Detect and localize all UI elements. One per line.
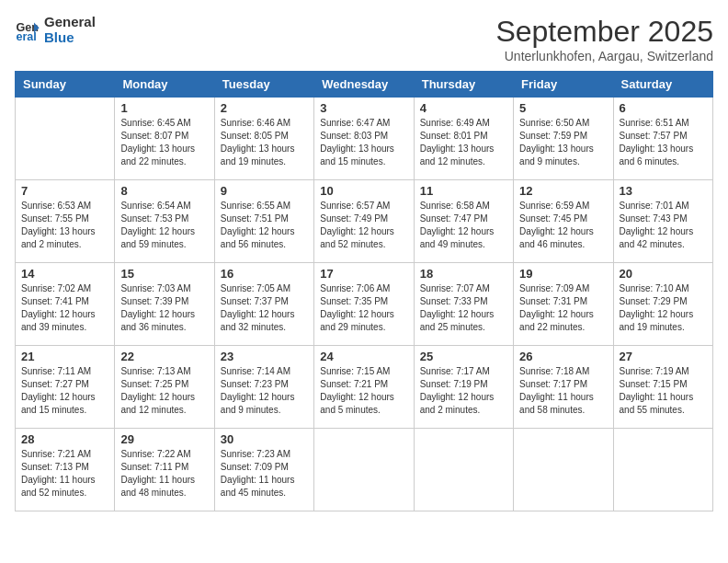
calendar-cell [16,98,115,180]
calendar-cell: 30Sunrise: 7:23 AMSunset: 7:09 PMDayligh… [214,429,313,511]
day-number: 24 [320,350,407,363]
day-number: 12 [519,184,607,198]
cell-info: Sunrise: 7:05 AMSunset: 7:37 PMDaylight:… [221,282,308,334]
logo-text-blue: Blue [44,30,96,46]
day-number: 28 [21,432,108,446]
calendar-cell: 13Sunrise: 7:01 AMSunset: 7:43 PMDayligh… [613,180,712,263]
cell-info: Sunrise: 6:45 AMSunset: 8:07 PMDaylight:… [120,117,208,168]
cell-info: Sunrise: 6:46 AMSunset: 8:05 PMDaylight:… [221,117,308,168]
cell-info: Sunrise: 6:54 AMSunset: 7:53 PMDaylight:… [120,200,208,251]
day-number: 14 [21,267,108,281]
day-number: 11 [420,184,507,198]
day-number: 4 [420,101,507,115]
day-number: 22 [120,350,208,363]
calendar-cell: 7Sunrise: 6:53 AMSunset: 7:55 PMDaylight… [16,180,115,263]
cell-info: Sunrise: 7:06 AMSunset: 7:35 PMDaylight:… [320,282,407,334]
cell-info: Sunrise: 6:57 AMSunset: 7:49 PMDaylight:… [320,200,407,251]
calendar-cell: 5Sunrise: 6:50 AMSunset: 7:59 PMDaylight… [514,98,613,180]
day-number: 30 [221,432,308,446]
day-header-thursday: Thursday [414,72,513,98]
month-title: September 2025 [495,15,713,49]
day-number: 10 [320,184,407,198]
calendar-cell [514,429,613,511]
calendar-cell: 9Sunrise: 6:55 AMSunset: 7:51 PMDaylight… [214,180,313,263]
cell-info: Sunrise: 7:23 AMSunset: 7:09 PMDaylight:… [221,448,308,500]
cell-info: Sunrise: 7:07 AMSunset: 7:33 PMDaylight:… [420,282,507,334]
cell-info: Sunrise: 7:15 AMSunset: 7:21 PMDaylight:… [320,365,407,417]
cell-info: Sunrise: 7:13 AMSunset: 7:25 PMDaylight:… [120,365,208,417]
week-row-4: 21Sunrise: 7:11 AMSunset: 7:27 PMDayligh… [16,346,713,429]
day-number: 7 [21,184,108,198]
cell-info: Sunrise: 7:11 AMSunset: 7:27 PMDaylight:… [21,365,108,417]
calendar-cell: 8Sunrise: 6:54 AMSunset: 7:53 PMDaylight… [115,180,214,263]
day-number: 6 [620,101,707,115]
week-row-3: 14Sunrise: 7:02 AMSunset: 7:41 PMDayligh… [16,263,713,346]
calendar-cell: 29Sunrise: 7:22 AMSunset: 7:11 PMDayligh… [115,429,214,511]
calendar-cell: 23Sunrise: 7:14 AMSunset: 7:23 PMDayligh… [214,346,313,429]
calendar-cell [613,429,712,511]
calendar-cell: 3Sunrise: 6:47 AMSunset: 8:03 PMDaylight… [314,98,414,180]
calendar-cell: 20Sunrise: 7:10 AMSunset: 7:29 PMDayligh… [613,263,712,346]
logo: Gen eral General Blue [15,15,96,45]
cell-info: Sunrise: 6:50 AMSunset: 7:59 PMDaylight:… [519,117,607,168]
day-number: 17 [320,267,407,281]
calendar-header-row: SundayMondayTuesdayWednesdayThursdayFrid… [16,72,713,98]
calendar-cell: 2Sunrise: 6:46 AMSunset: 8:05 PMDaylight… [214,98,313,180]
cell-info: Sunrise: 7:18 AMSunset: 7:17 PMDaylight:… [519,365,607,417]
day-number: 18 [420,267,507,281]
calendar-cell: 14Sunrise: 7:02 AMSunset: 7:41 PMDayligh… [16,263,115,346]
cell-info: Sunrise: 7:10 AMSunset: 7:29 PMDaylight:… [620,282,707,334]
cell-info: Sunrise: 6:58 AMSunset: 7:47 PMDaylight:… [420,200,507,251]
day-number: 1 [120,101,208,115]
cell-info: Sunrise: 6:59 AMSunset: 7:45 PMDaylight:… [519,200,607,251]
cell-info: Sunrise: 6:51 AMSunset: 7:57 PMDaylight:… [620,117,707,168]
calendar-cell: 18Sunrise: 7:07 AMSunset: 7:33 PMDayligh… [414,263,513,346]
calendar: SundayMondayTuesdayWednesdayThursdayFrid… [15,71,713,511]
day-number: 23 [221,350,308,363]
cell-info: Sunrise: 7:21 AMSunset: 7:13 PMDaylight:… [21,448,108,500]
calendar-cell: 11Sunrise: 6:58 AMSunset: 7:47 PMDayligh… [414,180,513,263]
calendar-cell: 19Sunrise: 7:09 AMSunset: 7:31 PMDayligh… [514,263,613,346]
cell-info: Sunrise: 6:49 AMSunset: 8:01 PMDaylight:… [420,117,507,168]
calendar-cell: 21Sunrise: 7:11 AMSunset: 7:27 PMDayligh… [16,346,115,429]
day-number: 5 [519,101,607,115]
logo-text-general: General [44,15,96,30]
calendar-cell: 28Sunrise: 7:21 AMSunset: 7:13 PMDayligh… [16,429,115,511]
day-number: 15 [120,267,208,281]
calendar-cell: 1Sunrise: 6:45 AMSunset: 8:07 PMDaylight… [115,98,214,180]
calendar-cell: 24Sunrise: 7:15 AMSunset: 7:21 PMDayligh… [314,346,414,429]
calendar-cell: 6Sunrise: 6:51 AMSunset: 7:57 PMDaylight… [613,98,712,180]
day-number: 29 [120,432,208,446]
week-row-2: 7Sunrise: 6:53 AMSunset: 7:55 PMDaylight… [16,180,713,263]
day-number: 21 [21,350,108,363]
calendar-cell: 16Sunrise: 7:05 AMSunset: 7:37 PMDayligh… [214,263,313,346]
day-number: 27 [620,350,707,363]
page-header: Gen eral General Blue September 2025 Unt… [15,15,713,63]
calendar-cell: 12Sunrise: 6:59 AMSunset: 7:45 PMDayligh… [514,180,613,263]
cell-info: Sunrise: 7:09 AMSunset: 7:31 PMDaylight:… [519,282,607,334]
day-header-tuesday: Tuesday [214,72,313,98]
week-row-5: 28Sunrise: 7:21 AMSunset: 7:13 PMDayligh… [16,429,713,511]
day-number: 8 [120,184,208,198]
day-number: 2 [221,101,308,115]
day-header-sunday: Sunday [16,72,115,98]
day-number: 20 [620,267,707,281]
cell-info: Sunrise: 6:55 AMSunset: 7:51 PMDaylight:… [221,200,308,251]
calendar-cell: 25Sunrise: 7:17 AMSunset: 7:19 PMDayligh… [414,346,513,429]
cell-info: Sunrise: 7:03 AMSunset: 7:39 PMDaylight:… [120,282,208,334]
calendar-cell [314,429,414,511]
cell-info: Sunrise: 7:19 AMSunset: 7:15 PMDaylight:… [620,365,707,417]
calendar-cell: 27Sunrise: 7:19 AMSunset: 7:15 PMDayligh… [613,346,712,429]
day-number: 25 [420,350,507,363]
day-number: 13 [620,184,707,198]
cell-info: Sunrise: 7:02 AMSunset: 7:41 PMDaylight:… [21,282,108,334]
day-number: 3 [320,101,407,115]
day-number: 26 [519,350,607,363]
day-header-monday: Monday [115,72,214,98]
calendar-cell: 10Sunrise: 6:57 AMSunset: 7:49 PMDayligh… [314,180,414,263]
week-row-1: 1Sunrise: 6:45 AMSunset: 8:07 PMDaylight… [16,98,713,180]
calendar-cell: 26Sunrise: 7:18 AMSunset: 7:17 PMDayligh… [514,346,613,429]
title-block: September 2025 Unterlunkhofen, Aargau, S… [495,15,713,63]
calendar-cell [414,429,513,511]
cell-info: Sunrise: 7:22 AMSunset: 7:11 PMDaylight:… [120,448,208,500]
